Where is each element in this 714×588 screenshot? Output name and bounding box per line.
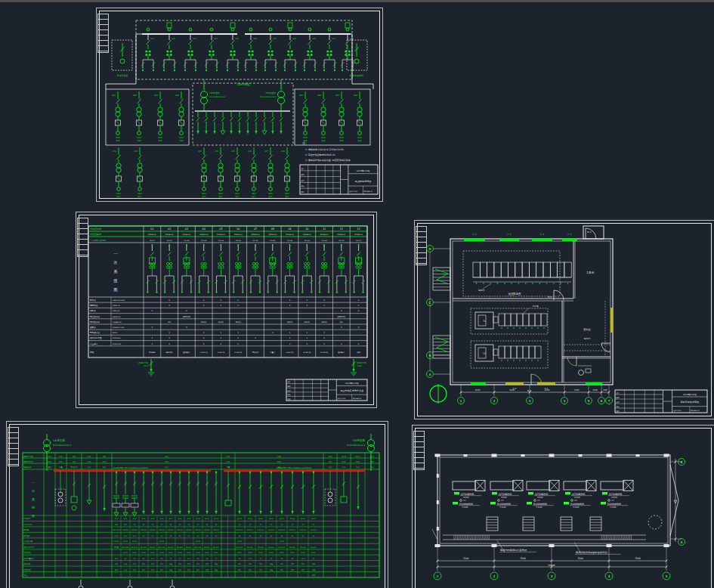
svg-text:22: 22: [143, 558, 145, 559]
svg-text:SC25: SC25: [311, 552, 316, 554]
svg-text:1: 1: [255, 336, 256, 339]
svg-text:1: 1: [221, 304, 222, 307]
svg-text:3: 3: [551, 574, 553, 578]
svg-text:37kW: 37kW: [463, 496, 469, 499]
svg-text:照明: 照明: [138, 139, 141, 142]
svg-text:开关柜编号: 开关柜编号: [90, 227, 101, 231]
svg-text:XRNT-12: XRNT-12: [113, 310, 120, 312]
svg-text:2: 2: [168, 342, 170, 345]
svg-text:37kW: 37kW: [537, 496, 543, 499]
svg-text:微机保护装置: 微机保护装置: [90, 336, 102, 339]
svg-text:插座: 插座: [215, 563, 218, 565]
svg-text:1: 1: [289, 342, 291, 345]
svg-text:BV-5x6: BV-5x6: [186, 546, 192, 549]
svg-text:06: 06: [236, 227, 240, 231]
svg-text:KYN28-12: KYN28-12: [338, 234, 346, 236]
svg-text:380V: 380V: [218, 193, 224, 195]
svg-text:02: 02: [168, 227, 171, 231]
svg-text:7.5kW: 7.5kW: [573, 506, 580, 509]
svg-text:BV-5x10: BV-5x10: [195, 546, 202, 549]
svg-text:插座: 插座: [270, 563, 273, 565]
svg-text:1: 1: [221, 331, 222, 334]
svg-text:2芯: 2芯: [340, 320, 344, 323]
svg-text:40: 40: [152, 524, 154, 526]
svg-text:WL13: WL13: [237, 518, 243, 520]
window-top-strip: [0, 0, 714, 2]
svg-text:45: 45: [292, 524, 294, 526]
svg-text:1: 1: [203, 299, 205, 302]
svg-text:3x2芯: 3x2芯: [218, 320, 224, 323]
svg-text:GCK: GCK: [88, 461, 91, 463]
svg-text:220V: 220V: [158, 137, 163, 139]
svg-text:GG-07: GG-07: [150, 240, 156, 242]
svg-text:1: 进线电缆为YJV22-8.7/15kV-3x70.: 1: 进线电缆为YJV22-8.7/15kV-3x70.: [305, 148, 344, 151]
svg-text:3: 3: [358, 326, 360, 329]
svg-text:SC25: SC25: [168, 552, 173, 554]
svg-text:接地引下线: 接地引下线: [357, 361, 366, 364]
svg-text:GG-39: GG-39: [184, 240, 190, 242]
svg-text:220V: 220V: [339, 137, 345, 139]
svg-text:22: 22: [292, 558, 294, 559]
svg-text:1#变压器: 1#变压器: [53, 438, 65, 442]
sheet-hv-single-line-diagram: 601602603604605606607608609610611高压计量柜站用…: [96, 8, 383, 202]
svg-text:电源进线: 电源进线: [166, 351, 174, 354]
svg-text:SC70: SC70: [123, 552, 128, 554]
svg-text:15: 15: [170, 558, 172, 560]
svg-text:设备容量kW: 设备容量kW: [24, 557, 35, 560]
svg-text:7.5kW: 7.5kW: [462, 506, 468, 509]
svg-text:1: 1: [203, 336, 205, 339]
svg-text:图号 电施-02: 图号 电施-02: [352, 398, 362, 400]
svg-text:KYN28-12: KYN28-12: [199, 234, 208, 236]
svg-text:动力: 动力: [238, 569, 241, 571]
svg-text:统: 统: [32, 506, 36, 509]
svg-text:空调: 空调: [206, 568, 209, 571]
svg-text:AA2: AA2: [59, 456, 63, 458]
svg-text:比例 1:100: 比例 1:100: [349, 190, 357, 193]
svg-text:ZN63-12/1250: ZN63-12/1250: [113, 299, 125, 302]
svg-text:回路编号: 回路编号: [24, 517, 32, 520]
svg-text:NSX100: NSX100: [131, 529, 138, 531]
svg-text:220V: 220V: [116, 137, 121, 139]
svg-text:63: 63: [239, 524, 241, 526]
svg-text:BV-5x50: BV-5x50: [122, 546, 129, 549]
svg-text:高压计量柜: 高压计量柜: [117, 74, 128, 77]
svg-text:KYN28-12: KYN28-12: [303, 234, 311, 236]
pump-content: JS750搅拌机37kWPL800配料机7.5kWJS750搅拌机37kWPL8…: [432, 454, 685, 580]
svg-text:1: 1: [358, 299, 360, 302]
svg-text:NSX100: NSX100: [186, 529, 193, 531]
svg-text:WL3: WL3: [133, 518, 137, 520]
svg-text:100/5: 100/5: [159, 540, 165, 543]
svg-text:11: 11: [323, 227, 326, 231]
svg-text:一: 一: [32, 481, 35, 484]
cad-canvas[interactable]: 601602603604605606607608609610611高压计量柜站用…: [0, 0, 714, 588]
svg-text:373: 373: [198, 150, 202, 153]
svg-text:18.5: 18.5: [249, 558, 252, 560]
svg-text:AA3: AA3: [73, 456, 76, 458]
svg-text:250: 250: [124, 535, 128, 537]
svg-text:系: 系: [114, 269, 118, 274]
svg-text:1: 1: [323, 304, 325, 307]
svg-text:2700: 2700: [574, 389, 580, 391]
svg-text:63: 63: [239, 535, 241, 537]
svg-text:3x2芯: 3x2芯: [287, 320, 293, 323]
svg-text:2#变压器: 2#变压器: [353, 438, 365, 442]
svg-text:KYN28-12: KYN28-12: [354, 234, 363, 236]
svg-text:设计: 设计: [288, 380, 291, 383]
svg-text:18.5: 18.5: [187, 558, 191, 560]
svg-text:3: 3: [186, 326, 187, 329]
svg-text:30: 30: [161, 558, 163, 560]
svg-text:备用: 备用: [340, 140, 344, 142]
svg-text:376: 376: [248, 150, 252, 153]
svg-text:动力: 动力: [138, 196, 142, 198]
svg-text:50: 50: [249, 535, 252, 537]
svg-text:GG-54: GG-54: [304, 240, 311, 242]
svg-text:10kV变配电工程: 10kV变配电工程: [345, 382, 360, 385]
svg-text:601: 601: [151, 38, 155, 40]
svg-text:220V: 220V: [321, 137, 326, 139]
svg-text:审核: 审核: [617, 406, 620, 408]
notes: 注:1: 进线电缆为YJV22-8.7/15kV-3x70.2: 高压开关柜型号…: [302, 141, 351, 162]
svg-text:无功补偿: 无功补偿: [70, 466, 78, 469]
svg-text:380V: 380V: [202, 193, 207, 195]
svg-text:审核: 审核: [288, 394, 292, 396]
svg-text:熔断器: 熔断器: [90, 309, 96, 312]
